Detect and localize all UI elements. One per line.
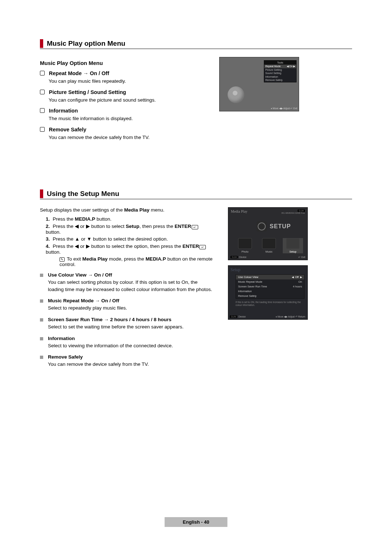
step-3: 3.Press the ▲ or ▼ button to select the … xyxy=(46,236,214,242)
val: ◀ On ▶ xyxy=(287,65,295,68)
option-body: The music file information is displayed. xyxy=(49,115,211,122)
gear-icon xyxy=(257,221,267,232)
setup-opt-information: Information Select to viewing the inform… xyxy=(40,336,214,349)
bullet-body: Select to viewing the information of the… xyxy=(48,342,214,349)
bullet-title: Remove Safely xyxy=(48,354,83,360)
option-title: Repeat Mode → On / Off xyxy=(49,70,109,76)
tools-row: Sound Setting xyxy=(264,71,296,75)
option-remove-safely: Remove Safely You can remove the device … xyxy=(40,127,211,141)
option-body: You can configure the picture and sound … xyxy=(49,97,211,104)
option-title: Remove Safely xyxy=(49,127,86,132)
square-bullet-icon xyxy=(40,356,43,359)
enter-icon: ↵ xyxy=(199,245,206,249)
setup-opt-remove-safely: Remove Safely You can remove the device … xyxy=(40,354,214,368)
label: Repeat Mode xyxy=(265,65,281,68)
square-bullet-icon xyxy=(40,274,43,277)
bar-right: ↵ Exit xyxy=(298,256,305,259)
bullet-title: Screen Saver Run Time → 2 hours / 4 hour… xyxy=(48,317,171,322)
step-2: 2.Press the ◀ or ▶ button to select Setu… xyxy=(46,223,214,235)
step-4: 4.Press the ◀ or ▶ button to select the … xyxy=(46,243,214,267)
section-title: Using the Setup Menu xyxy=(47,190,119,198)
bullet-body: You can select sorting photos by colour.… xyxy=(48,279,214,293)
setup-list-panel: Use Colour View ◀ Off ▶ Music Repeat Mod… xyxy=(236,274,305,299)
tools-row: Information xyxy=(264,75,296,78)
bullet-body: Select to repeatedly play music files. xyxy=(48,304,214,312)
option-picture-sound: Picture Setting / Sound Setting You can … xyxy=(40,89,211,104)
option-repeat-mode: Repeat Mode → On / Off You can play musi… xyxy=(40,70,211,85)
bullet-title: Information xyxy=(48,336,75,341)
screenshot-tools-menu: Tools Repeat Mode ◀ On ▶ Picture Setting… xyxy=(219,57,299,111)
option-body: You can play music files repeatedly. xyxy=(49,78,211,85)
section-header-setup: Using the Setup Menu xyxy=(40,189,352,199)
step-4-note: ✎To exit Media Play mode, press the MEDI… xyxy=(60,256,214,267)
list-row-colour: Use Colour View ◀ Off ▶ xyxy=(236,275,304,279)
setup-list-note: If this is set to ON, the loading time i… xyxy=(228,299,307,307)
photo-icon xyxy=(238,238,252,249)
checkbox-icon xyxy=(40,108,45,113)
tools-panel: Tools Repeat Mode ◀ On ▶ Picture Setting… xyxy=(264,60,297,82)
screenshot-media-play: Media Play SUM 851.98MB/993.02MB Free SE… xyxy=(228,207,308,260)
note-icon: ✎ xyxy=(60,257,65,262)
bar-left: SUM SUM Device Device xyxy=(230,256,246,259)
sum-badge: SUM xyxy=(298,209,305,212)
option-information: Information The music file information i… xyxy=(40,108,211,122)
list-row: Screen Saver Run Time4 hours xyxy=(236,284,304,289)
cd-disc-icon xyxy=(228,86,244,103)
setup-opt-colour-view: Use Colour View → On / Off You can selec… xyxy=(40,272,214,293)
media-play-title: Media Play xyxy=(231,209,248,214)
bullet-body: You can remove the device safely from th… xyxy=(48,361,214,368)
option-title: Information xyxy=(49,108,78,114)
cat-music: Music xyxy=(259,238,279,253)
option-body: You can remove the device safely from th… xyxy=(49,134,211,141)
setup-intro: Setup displays the user settings of the … xyxy=(40,207,214,213)
checkbox-icon xyxy=(40,127,45,132)
setup-opt-music-repeat: Music Repeat Mode → On / Off Select to r… xyxy=(40,298,214,312)
tools-row: Remove Safely xyxy=(264,78,296,82)
cat-photo: Photo xyxy=(235,238,255,253)
music-icon xyxy=(262,238,276,249)
media-categories: Photo Music Setup xyxy=(235,238,303,253)
bar-left: SUM Device xyxy=(230,315,246,318)
accent-bar xyxy=(40,39,43,48)
setup-opt-screensaver: Screen Saver Run Time → 2 hours / 4 hour… xyxy=(40,317,214,331)
step-1: 1.Press the MEDIA.P button. xyxy=(46,216,214,222)
setup-steps: 1.Press the MEDIA.P button. 2.Press the … xyxy=(40,216,214,267)
bullet-title: Use Colour View → On / Off xyxy=(48,272,112,278)
gear-icon xyxy=(286,238,300,249)
enter-icon: ↵ xyxy=(192,225,198,229)
square-bullet-icon xyxy=(40,318,43,322)
tools-row: Picture Setting xyxy=(264,68,296,71)
bullet-body: Select to set the waiting time before th… xyxy=(48,323,214,331)
screenshot-setup-list: Setup Use Colour View ◀ Off ▶ Music Repe… xyxy=(228,265,308,320)
tools-footer: ♦ Move ◀▶ Adjust ↵ Exit xyxy=(271,107,297,110)
bar-right: ♦ Move ◀▶ Adjust ↶ Return xyxy=(276,315,305,318)
list-row: Music Repeat ModeOn xyxy=(236,279,304,284)
square-bullet-icon xyxy=(40,299,43,303)
setup-list-header: Setup xyxy=(228,266,307,273)
tools-title: Tools xyxy=(264,61,296,65)
option-title: Picture Setting / Sound Setting xyxy=(49,89,126,95)
usb-info: 851.98MB/993.02MB Free xyxy=(281,212,305,214)
bullet-title: Music Repeat Mode → On / Off xyxy=(48,298,119,303)
square-bullet-icon xyxy=(40,337,43,340)
checkbox-icon xyxy=(40,90,45,94)
section-header-music: Music Play option Menu xyxy=(40,39,352,49)
section-title: Music Play option Menu xyxy=(47,40,125,48)
accent-bar xyxy=(40,189,43,198)
setup-hero: SETUP xyxy=(257,221,291,232)
list-row: Remove Safely xyxy=(236,294,304,298)
subheading: Music Play Option Menu xyxy=(40,60,211,66)
tools-row-repeat: Repeat Mode ◀ On ▶ xyxy=(264,65,296,68)
page-footer: English - 40 xyxy=(165,517,228,527)
checkbox-icon xyxy=(40,71,45,75)
cat-setup: Setup xyxy=(283,238,303,253)
list-row: Information xyxy=(236,289,304,294)
